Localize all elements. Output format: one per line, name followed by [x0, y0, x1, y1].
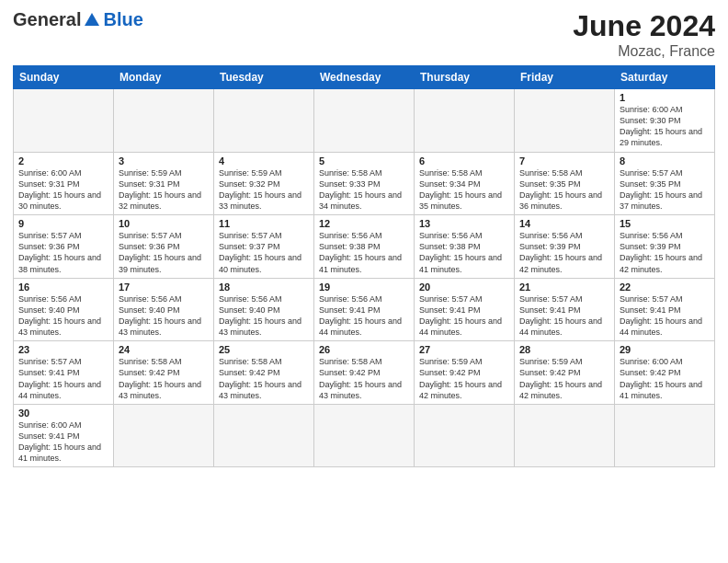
- day-info: Sunrise: 5:56 AM Sunset: 9:39 PM Dayligh…: [519, 230, 609, 275]
- table-row: 24Sunrise: 5:58 AM Sunset: 9:42 PM Dayli…: [114, 341, 214, 405]
- logo: General Blue: [13, 9, 143, 30]
- day-number: 15: [620, 218, 710, 229]
- table-row: 28Sunrise: 5:59 AM Sunset: 9:42 PM Dayli…: [515, 341, 615, 405]
- table-row: [415, 89, 515, 153]
- day-info: Sunrise: 5:59 AM Sunset: 9:42 PM Dayligh…: [519, 356, 609, 401]
- day-number: 5: [319, 155, 409, 167]
- table-row: 4Sunrise: 5:59 AM Sunset: 9:32 PM Daylig…: [214, 152, 314, 215]
- day-number: 4: [219, 155, 309, 167]
- table-row: 27Sunrise: 5:59 AM Sunset: 9:42 PM Dayli…: [415, 341, 515, 405]
- calendar-row-3: 9Sunrise: 5:57 AM Sunset: 9:36 PM Daylig…: [14, 215, 715, 279]
- day-info: Sunrise: 5:59 AM Sunset: 9:32 PM Dayligh…: [219, 167, 309, 213]
- logo-triangle-icon: [85, 13, 99, 26]
- table-row: 15Sunrise: 5:56 AM Sunset: 9:39 PM Dayli…: [615, 215, 715, 279]
- day-info: Sunrise: 6:00 AM Sunset: 9:30 PM Dayligh…: [620, 104, 710, 149]
- day-info: Sunrise: 5:56 AM Sunset: 9:40 PM Dayligh…: [219, 293, 309, 339]
- day-info: Sunrise: 5:57 AM Sunset: 9:41 PM Dayligh…: [519, 293, 609, 339]
- day-info: Sunrise: 5:56 AM Sunset: 9:41 PM Dayligh…: [319, 293, 409, 339]
- col-friday: Friday: [515, 66, 615, 89]
- table-row: [314, 89, 415, 153]
- table-row: 14Sunrise: 5:56 AM Sunset: 9:39 PM Dayli…: [515, 215, 615, 279]
- logo-blue-text: Blue: [103, 9, 142, 30]
- day-info: Sunrise: 5:59 AM Sunset: 9:42 PM Dayligh…: [419, 356, 509, 401]
- month-title: June 2024: [573, 9, 715, 43]
- col-saturday: Saturday: [615, 66, 715, 89]
- page: General Blue June 2024 Mozac, France Sun…: [0, 0, 728, 563]
- table-row: 29Sunrise: 6:00 AM Sunset: 9:42 PM Dayli…: [615, 341, 715, 405]
- day-info: Sunrise: 5:58 AM Sunset: 9:42 PM Dayligh…: [319, 356, 409, 401]
- day-number: 12: [319, 218, 409, 229]
- day-number: 18: [219, 282, 309, 293]
- table-row: 6Sunrise: 5:58 AM Sunset: 9:34 PM Daylig…: [415, 152, 515, 215]
- col-sunday: Sunday: [14, 66, 114, 89]
- table-row: 3Sunrise: 5:59 AM Sunset: 9:31 PM Daylig…: [114, 152, 214, 215]
- day-info: Sunrise: 5:58 AM Sunset: 9:33 PM Dayligh…: [319, 167, 409, 213]
- day-number: 9: [18, 218, 108, 229]
- day-number: 6: [419, 155, 509, 167]
- day-number: 27: [419, 344, 509, 355]
- table-row: 13Sunrise: 5:56 AM Sunset: 9:38 PM Dayli…: [415, 215, 515, 279]
- calendar-table: Sunday Monday Tuesday Wednesday Thursday…: [13, 65, 715, 467]
- day-info: Sunrise: 5:57 AM Sunset: 9:36 PM Dayligh…: [18, 230, 108, 275]
- table-row: 5Sunrise: 5:58 AM Sunset: 9:33 PM Daylig…: [314, 152, 415, 215]
- col-thursday: Thursday: [415, 66, 515, 89]
- logo-area: General Blue: [13, 9, 143, 30]
- header: General Blue June 2024 Mozac, France: [13, 9, 715, 60]
- day-info: Sunrise: 5:58 AM Sunset: 9:42 PM Dayligh…: [219, 356, 309, 401]
- day-info: Sunrise: 5:57 AM Sunset: 9:41 PM Dayligh…: [18, 356, 108, 401]
- table-row: [214, 89, 314, 153]
- day-number: 19: [319, 282, 409, 293]
- day-info: Sunrise: 5:56 AM Sunset: 9:40 PM Dayligh…: [119, 293, 209, 339]
- day-info: Sunrise: 5:57 AM Sunset: 9:35 PM Dayligh…: [620, 167, 710, 213]
- table-row: [314, 404, 415, 467]
- day-info: Sunrise: 5:57 AM Sunset: 9:37 PM Dayligh…: [219, 230, 309, 275]
- table-row: 18Sunrise: 5:56 AM Sunset: 9:40 PM Dayli…: [214, 278, 314, 341]
- table-row: 22Sunrise: 5:57 AM Sunset: 9:41 PM Dayli…: [615, 278, 715, 341]
- day-number: 14: [519, 218, 609, 229]
- day-info: Sunrise: 5:56 AM Sunset: 9:39 PM Dayligh…: [620, 230, 710, 275]
- table-row: [114, 89, 214, 153]
- day-info: Sunrise: 6:00 AM Sunset: 9:42 PM Dayligh…: [620, 356, 710, 401]
- col-wednesday: Wednesday: [314, 66, 415, 89]
- table-row: 26Sunrise: 5:58 AM Sunset: 9:42 PM Dayli…: [314, 341, 415, 405]
- logo-general-text: General: [13, 9, 81, 30]
- table-row: 20Sunrise: 5:57 AM Sunset: 9:41 PM Dayli…: [415, 278, 515, 341]
- day-number: 25: [219, 344, 309, 355]
- day-info: Sunrise: 5:56 AM Sunset: 9:40 PM Dayligh…: [18, 293, 108, 339]
- day-number: 11: [219, 218, 309, 229]
- table-row: 7Sunrise: 5:58 AM Sunset: 9:35 PM Daylig…: [515, 152, 615, 215]
- day-info: Sunrise: 5:56 AM Sunset: 9:38 PM Dayligh…: [319, 230, 409, 275]
- day-number: 1: [620, 92, 710, 103]
- day-info: Sunrise: 5:56 AM Sunset: 9:38 PM Dayligh…: [419, 230, 509, 275]
- day-info: Sunrise: 6:00 AM Sunset: 9:41 PM Dayligh…: [18, 419, 108, 465]
- day-number: 20: [419, 282, 509, 293]
- table-row: 30Sunrise: 6:00 AM Sunset: 9:41 PM Dayli…: [14, 404, 114, 467]
- table-row: 9Sunrise: 5:57 AM Sunset: 9:36 PM Daylig…: [14, 215, 114, 279]
- table-row: [114, 404, 214, 467]
- table-row: 16Sunrise: 5:56 AM Sunset: 9:40 PM Dayli…: [14, 278, 114, 341]
- day-number: 16: [18, 282, 108, 293]
- day-number: 30: [18, 408, 108, 419]
- day-number: 13: [419, 218, 509, 229]
- day-number: 3: [119, 155, 209, 167]
- day-info: Sunrise: 5:57 AM Sunset: 9:41 PM Dayligh…: [419, 293, 509, 339]
- table-row: [515, 404, 615, 467]
- day-info: Sunrise: 5:58 AM Sunset: 9:42 PM Dayligh…: [119, 356, 209, 401]
- calendar-row-2: 2Sunrise: 6:00 AM Sunset: 9:31 PM Daylig…: [14, 152, 715, 215]
- table-row: 2Sunrise: 6:00 AM Sunset: 9:31 PM Daylig…: [14, 152, 114, 215]
- col-monday: Monday: [114, 66, 214, 89]
- calendar-row-5: 23Sunrise: 5:57 AM Sunset: 9:41 PM Dayli…: [14, 341, 715, 405]
- day-number: 8: [620, 155, 710, 167]
- day-info: Sunrise: 6:00 AM Sunset: 9:31 PM Dayligh…: [18, 167, 108, 213]
- day-info: Sunrise: 5:58 AM Sunset: 9:35 PM Dayligh…: [519, 167, 609, 213]
- calendar-row-4: 16Sunrise: 5:56 AM Sunset: 9:40 PM Dayli…: [14, 278, 715, 341]
- table-row: 11Sunrise: 5:57 AM Sunset: 9:37 PM Dayli…: [214, 215, 314, 279]
- day-number: 10: [119, 218, 209, 229]
- calendar-row-1: 1Sunrise: 6:00 AM Sunset: 9:30 PM Daylig…: [14, 89, 715, 153]
- table-row: [415, 404, 515, 467]
- table-row: 21Sunrise: 5:57 AM Sunset: 9:41 PM Dayli…: [515, 278, 615, 341]
- title-area: June 2024 Mozac, France: [573, 9, 715, 60]
- day-info: Sunrise: 5:57 AM Sunset: 9:41 PM Dayligh…: [620, 293, 710, 339]
- col-tuesday: Tuesday: [214, 66, 314, 89]
- day-number: 2: [18, 155, 108, 167]
